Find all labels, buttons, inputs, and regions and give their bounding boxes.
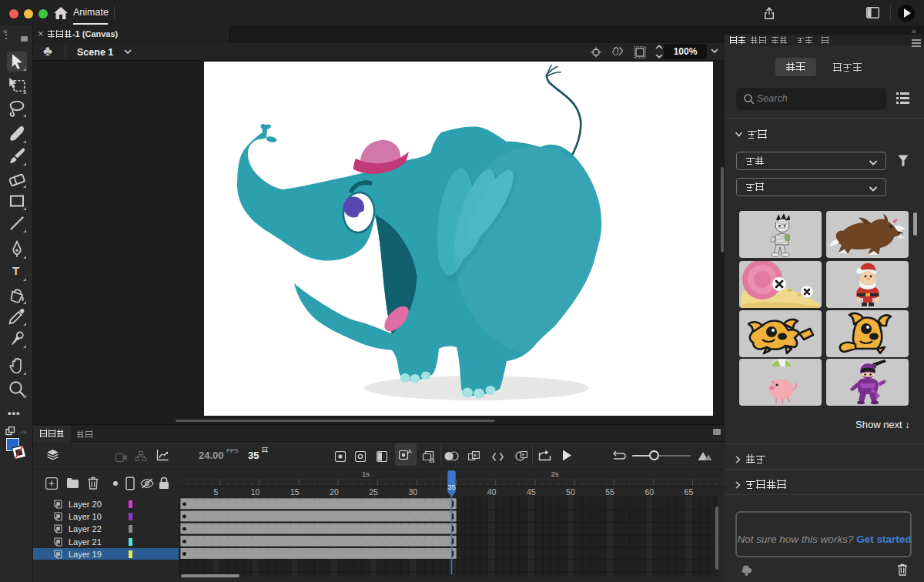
svg-text:20: 20 xyxy=(330,487,339,497)
svg-text:5: 5 xyxy=(213,487,218,497)
svg-text:25: 25 xyxy=(369,487,378,497)
svg-text:1s: 1s xyxy=(362,470,370,478)
svg-text:15: 15 xyxy=(290,487,300,497)
svg-text:A: A xyxy=(408,448,413,455)
svg-text:50: 50 xyxy=(566,487,575,497)
svg-text:65: 65 xyxy=(685,487,694,497)
svg-text:45: 45 xyxy=(527,487,536,497)
svg-text:35: 35 xyxy=(447,483,456,491)
svg-text:10: 10 xyxy=(251,487,260,497)
svg-text:2s: 2s xyxy=(551,470,558,478)
svg-text:40: 40 xyxy=(487,487,497,497)
svg-text:30: 30 xyxy=(408,487,417,497)
svg-text:60: 60 xyxy=(644,487,654,497)
svg-text:55: 55 xyxy=(605,487,614,497)
